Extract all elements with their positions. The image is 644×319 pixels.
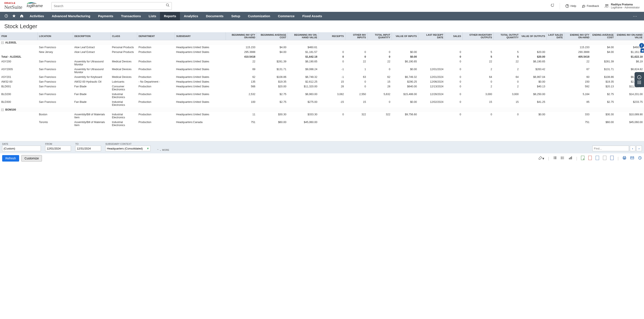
view-list-icon[interactable] — [561, 156, 565, 161]
to-date-input[interactable] — [75, 146, 101, 151]
svg-rect-11 — [554, 156, 554, 157]
search-icon[interactable] — [164, 3, 171, 8]
col-header[interactable]: VALUE OF OUTPUTS — [520, 32, 546, 40]
nav-item-documents[interactable]: Documents — [202, 12, 228, 20]
nav-item-reports[interactable]: Reports — [160, 12, 180, 20]
col-header[interactable]: ENDING AVERAGE COST — [591, 32, 615, 40]
svg-rect-16 — [554, 158, 556, 159]
user-role: Logiframe - Administrator — [611, 6, 640, 9]
col-header[interactable]: DEPARTMENT — [137, 32, 175, 40]
col-header[interactable]: CLASS — [110, 32, 137, 40]
table-row: ASY200San FranciscoAssembly for Ultrasou… — [0, 59, 644, 67]
view-detail-icon[interactable] — [553, 156, 557, 161]
col-header[interactable]: BEGINNING AVERAGE COST — [257, 32, 288, 40]
col-header[interactable]: SALES — [445, 32, 462, 40]
svg-marker-10 — [12, 14, 16, 17]
table-row: Total - ALE002L410.5418$1,642.18000$0.00… — [0, 54, 644, 59]
schedule-icon[interactable] — [638, 156, 642, 161]
col-header[interactable]: LOCATION — [38, 32, 73, 40]
col-header[interactable]: BEGINNING INV ON-HAND VALUE — [288, 32, 319, 40]
options-icon[interactable]: ▾ — [538, 156, 544, 161]
email-icon[interactable] — [630, 156, 634, 161]
col-header[interactable]: TOTAL OUTPUT QUANTITY — [494, 32, 520, 40]
export-doc-icon[interactable] — [603, 156, 606, 161]
table-row: BLD200San FranciscoFan BladeIndustrial E… — [0, 92, 644, 100]
table-row: AW32-00San FranciscoAW32-00 Hydraulic Oi… — [0, 79, 644, 84]
svg-rect-13 — [554, 158, 554, 158]
svg-rect-25 — [571, 156, 572, 160]
col-header[interactable]: ITEM — [0, 32, 38, 40]
table-row: ASY201San FranciscoAssembly for Keyboard… — [0, 75, 644, 79]
export-pdf-icon[interactable] — [588, 156, 592, 161]
svg-point-20 — [561, 156, 561, 157]
role-icon — [604, 4, 609, 8]
side-expand-icon[interactable]: ◀ — [640, 48, 644, 53]
export-excel-icon[interactable] — [581, 156, 584, 161]
col-header[interactable]: OTHER INVENTORY OUTPUTS — [462, 32, 494, 40]
col-header[interactable]: SUBSIDIARY — [175, 32, 226, 40]
export-csv-icon[interactable] — [596, 156, 599, 161]
col-header[interactable]: LAST RECEIPT DATE — [418, 32, 445, 40]
from-date-input[interactable] — [45, 146, 71, 151]
nav-item-payments[interactable]: Payments — [94, 12, 117, 20]
nav-item-advanced-manufacturing[interactable]: Advanced Manufacturing — [48, 12, 94, 20]
svg-point-21 — [561, 158, 561, 158]
col-header[interactable]: OTHER INV INPUTS — [345, 32, 367, 40]
svg-point-3 — [567, 7, 568, 7]
svg-rect-24 — [570, 157, 571, 160]
collapse-icon[interactable]: − — [1, 42, 4, 44]
col-header[interactable]: TOTAL INPUT QUANTITY — [367, 32, 392, 40]
customize-button[interactable]: Customize — [21, 155, 42, 162]
find-next-button[interactable]: › — [636, 146, 642, 151]
col-header[interactable]: VALUE OF INPUTS — [392, 32, 418, 40]
nav-item-commerce[interactable]: Commerce — [274, 12, 298, 20]
info-badge-icon[interactable]: i — [639, 43, 644, 48]
col-header[interactable]: ENDING INV ON-HAND VALUE — [615, 32, 644, 40]
from-label: FROM — [45, 142, 71, 145]
svg-rect-15 — [554, 158, 554, 159]
nav-item-fixed-assets[interactable]: Fixed Assets — [298, 12, 326, 20]
export-word-icon[interactable] — [610, 156, 614, 161]
more-filters-toggle[interactable]: ⌃⌄ MORE — [157, 149, 169, 151]
global-search-input[interactable] — [52, 2, 172, 10]
side-panel-widget[interactable] — [634, 72, 644, 87]
to-label: TO — [75, 142, 101, 145]
refresh-button[interactable]: Refresh — [2, 155, 19, 162]
table-row: TorontoAssembly/Bill of Materials ItemIn… — [0, 120, 644, 128]
print-icon[interactable] — [622, 156, 626, 161]
user-role-switcher[interactable]: Raditya Pratama Logiframe - Administrato… — [604, 3, 640, 9]
svg-point-8 — [607, 4, 608, 6]
find-input[interactable] — [592, 146, 629, 151]
table-row: BLD300San FranciscoFan BladeIndustrial E… — [0, 100, 644, 107]
find-prev-button[interactable]: ‹ — [630, 146, 636, 151]
view-graph-icon[interactable] — [568, 156, 572, 161]
nav-item-lists[interactable]: Lists — [145, 12, 160, 20]
nav-item-activities[interactable]: Activities — [26, 12, 48, 20]
collapse-icon[interactable]: − — [1, 109, 4, 111]
nav-overflow-icon[interactable]: ⋯ — [628, 14, 642, 19]
pin-icon[interactable] — [550, 4, 554, 8]
nav-item-customization[interactable]: Customization — [244, 12, 274, 20]
svg-rect-12 — [554, 156, 556, 157]
svg-point-22 — [561, 158, 561, 159]
subsidiary-context-select[interactable] — [105, 146, 150, 151]
col-header[interactable]: RECEIPTS — [319, 32, 345, 40]
help-label: Help — [570, 4, 576, 8]
favorites-icon[interactable] — [12, 14, 16, 18]
help-link[interactable]: Help — [565, 4, 576, 8]
col-header[interactable]: BEGINNING INV QTY ON-HAND — [226, 32, 257, 40]
date-label: DATE — [2, 142, 41, 145]
col-header[interactable]: LAST SALES DATE — [546, 32, 564, 40]
user-name: Raditya Pratama — [611, 3, 640, 6]
recent-icon[interactable] — [4, 14, 8, 18]
nav-item-setup[interactable]: Setup — [227, 12, 244, 20]
home-icon[interactable] — [20, 14, 24, 18]
svg-rect-23 — [569, 158, 570, 160]
table-row: ASY200SSan FranciscoAssembly for Ultraso… — [0, 67, 644, 75]
col-header[interactable]: ENDING INV QTY ON-HAND — [564, 32, 591, 40]
nav-item-analytics[interactable]: Analytics — [180, 12, 202, 20]
feedback-link[interactable]: Feedback — [582, 4, 599, 8]
nav-item-transactions[interactable]: Transactions — [117, 12, 145, 20]
col-header[interactable]: DESCRIPTION — [73, 32, 111, 40]
date-filter-input[interactable] — [2, 146, 41, 151]
